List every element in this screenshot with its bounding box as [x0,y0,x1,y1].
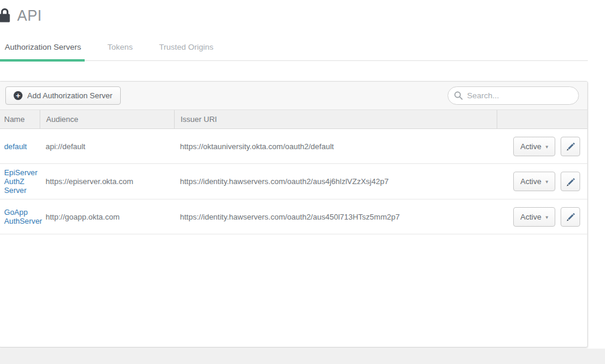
status-label: Active [520,142,541,151]
status-label: Active [520,212,541,221]
active-tab-underline [0,59,85,62]
row-actions: Active ▾ [497,172,587,191]
table-header-row: Name Audience Issuer URI [0,110,587,129]
table-row: default api://default https://oktauniver… [0,129,587,164]
plus-circle-icon: + [14,91,22,100]
tab-trusted-origins[interactable]: Trusted Origins [159,43,214,60]
status-dropdown[interactable]: Active ▾ [513,207,555,227]
audience-value: api://default [40,142,174,151]
chevron-down-icon: ▾ [545,178,548,185]
status-dropdown[interactable]: Active ▾ [513,172,555,191]
authserver-name-link[interactable]: EpiServer AuthZ Server [0,168,40,195]
add-authorization-server-button[interactable]: + Add Authorization Server [5,86,121,105]
pencil-icon [565,141,575,151]
table-row: EpiServer AuthZ Server https://episerver… [0,164,587,199]
issuer-uri-value: https://oktauniversity.okta.com/oauth2/d… [174,142,497,151]
edit-pencil-button[interactable] [561,207,580,227]
row-actions: Active ▾ [497,137,587,156]
page-header: API [0,7,42,24]
pencil-icon [565,212,575,221]
audience-value: https://episerver.okta.com [40,177,174,186]
authserver-name-link[interactable]: default [0,142,40,151]
authserver-name-link[interactable]: GoApp AuthServer [0,208,40,226]
add-authorization-server-label: Add Authorization Server [27,91,112,100]
lock-icon [0,8,12,24]
table-row: GoApp AuthServer http://goapp.okta.com h… [0,199,587,234]
status-dropdown[interactable]: Active ▾ [513,137,555,156]
chevron-down-icon: ▾ [545,214,548,220]
search-icon [453,91,464,101]
tab-authorization-servers[interactable]: Authorization Servers [5,43,81,60]
column-header-name[interactable]: Name [0,110,40,128]
issuer-uri-value: https://identity.hawservers.com/oauth2/a… [174,177,497,186]
search-input[interactable] [448,86,579,105]
row-actions: Active ▾ [497,207,587,227]
page-title: API [17,7,42,24]
status-label: Active [520,177,541,186]
column-header-actions [497,110,587,128]
column-header-audience[interactable]: Audience [40,110,174,128]
column-header-issuer-uri[interactable]: Issuer URI [174,110,497,128]
page-footer-strip [0,349,605,364]
search-box [448,86,579,105]
edit-pencil-button[interactable] [561,172,580,191]
audience-value: http://goapp.okta.com [40,212,174,221]
tab-tokens[interactable]: Tokens [108,43,133,60]
edit-pencil-button[interactable] [561,137,580,156]
table-toolbar: + Add Authorization Server [0,82,587,110]
tab-bar: Authorization Servers Tokens Trusted Ori… [0,41,588,61]
issuer-uri-value: https://identity.hawservers.com/oauth2/a… [174,212,497,221]
chevron-down-icon: ▾ [545,143,548,150]
authorization-servers-panel: + Add Authorization Server Name Audience… [0,81,588,347]
pencil-icon [565,177,575,186]
